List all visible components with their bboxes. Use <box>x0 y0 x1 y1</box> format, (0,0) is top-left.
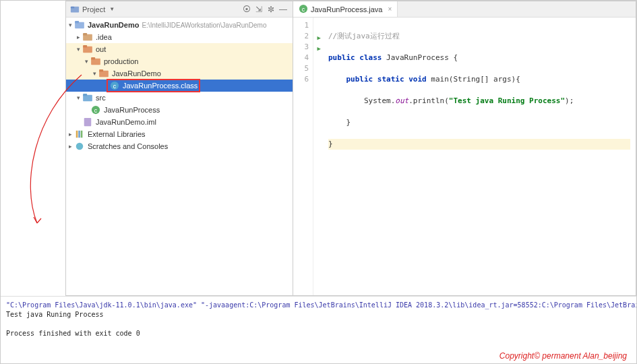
svg-text:c: c <box>94 107 98 114</box>
project-panel-title[interactable]: Project ▼ <box>70 5 115 14</box>
tree-node-iml[interactable]: JavaRunDemo.iml <box>66 116 293 128</box>
library-icon <box>74 129 85 140</box>
console-output-line: Test java Runing Process <box>6 310 631 320</box>
project-panel-label: Project <box>82 5 105 13</box>
svg-rect-19 <box>76 131 78 138</box>
tree-node-label: production <box>104 57 138 65</box>
tree-node-out[interactable]: ▾ out <box>66 43 293 55</box>
java-file-icon: c <box>299 4 308 15</box>
java-class-icon: c <box>90 104 101 115</box>
svg-text:c: c <box>113 83 117 90</box>
svg-rect-1 <box>71 6 74 8</box>
tree-node-scratches[interactable]: ▸ Scratches and Consoles <box>66 140 293 152</box>
locate-icon[interactable]: ⦿ <box>241 4 252 15</box>
project-panel-header: Project ▼ ⦿ ⇲ ✼ — <box>66 1 293 18</box>
svg-rect-18 <box>84 118 92 126</box>
tree-node-label: External Libraries <box>88 130 146 138</box>
tree-node-label: src <box>96 94 106 102</box>
tree-node-src-class[interactable]: c JavaRunProcess <box>66 104 293 116</box>
module-icon <box>74 20 85 30</box>
code-editor[interactable]: 1 2▶ 3▶ 4 5 6 //测试java运行过程 public class … <box>293 18 636 295</box>
editor-tab-bar: c JavaRunProcess.java × <box>293 1 636 18</box>
collapse-all-icon[interactable]: ⇲ <box>253 4 264 15</box>
scratches-icon <box>74 141 85 152</box>
out-folder-icon <box>90 56 101 67</box>
tree-root-label: JavaRunDemo <box>88 21 139 29</box>
svg-rect-15 <box>83 94 87 96</box>
svg-text:c: c <box>302 5 305 12</box>
svg-rect-9 <box>91 57 95 59</box>
run-gutter-icon[interactable]: ▶ <box>317 43 321 54</box>
svg-rect-11 <box>99 69 103 71</box>
tree-node-external-libs[interactable]: ▸ External Libraries <box>66 128 293 140</box>
tree-node-production[interactable]: ▾ production <box>66 55 293 67</box>
tree-root-path: E:\IntelliJIDEAWorkstation\JavaRunDemo <box>142 22 266 29</box>
dropdown-arrow-icon: ▼ <box>109 6 115 12</box>
svg-rect-7 <box>83 45 87 47</box>
tree-node-label: JavaRunProcess.class <box>123 82 198 90</box>
svg-rect-5 <box>83 33 87 35</box>
tree-node-idea[interactable]: ▸ .idea <box>66 31 293 43</box>
iml-file-icon <box>82 117 93 127</box>
tree-node-label: JavaRunDemo.iml <box>96 118 156 126</box>
editor-tab-label: JavaRunProcess.java <box>311 5 382 13</box>
out-folder-icon <box>82 44 93 55</box>
project-tree[interactable]: ▾ JavaRunDemo E:\IntelliJIDEAWorkstation… <box>66 18 293 295</box>
svg-point-22 <box>76 143 84 150</box>
console-exit-line: Process finished with exit code 0 <box>6 329 631 338</box>
source-folder-icon <box>82 92 93 103</box>
hide-panel-icon[interactable]: — <box>278 4 289 15</box>
tree-node-label: Scratches and Consoles <box>88 142 168 150</box>
svg-rect-3 <box>75 21 79 23</box>
tree-node-label: out <box>96 45 106 53</box>
tree-node-label: JavaRunProcess <box>104 106 160 114</box>
svg-rect-20 <box>78 131 80 138</box>
copyright-watermark: Copyright© permanent Alan_beijing <box>499 351 627 361</box>
folder-icon <box>82 32 93 42</box>
out-folder-icon <box>98 68 109 79</box>
project-icon <box>70 5 80 14</box>
run-gutter-icon[interactable]: ▶ <box>317 32 321 43</box>
svg-rect-21 <box>81 131 83 138</box>
gear-icon[interactable]: ✼ <box>266 4 276 15</box>
tree-node-class-file[interactable]: c JavaRunProcess.class <box>66 80 293 92</box>
tree-node-label: .idea <box>96 33 112 41</box>
editor-area: c JavaRunProcess.java × 1 2▶ 3▶ 4 5 6 //… <box>293 1 636 296</box>
class-file-icon: c <box>109 80 120 91</box>
tree-node-label: JavaRunDemo <box>112 69 161 78</box>
tree-root[interactable]: ▾ JavaRunDemo E:\IntelliJIDEAWorkstation… <box>66 19 293 31</box>
tree-node-module-out[interactable]: ▾ JavaRunDemo <box>66 67 293 80</box>
tree-node-src[interactable]: ▾ src <box>66 92 293 104</box>
code-content[interactable]: //测试java运行过程 public class JavaRunProcess… <box>313 18 636 295</box>
close-tab-icon[interactable]: × <box>388 5 392 13</box>
line-number-gutter: 1 2▶ 3▶ 4 5 6 <box>293 18 313 295</box>
console-command-line: "C:\Program Files\Java\jdk-11.0.1\bin\ja… <box>6 301 631 310</box>
project-tool-window: Project ▼ ⦿ ⇲ ✼ — ▾ JavaRunDemo E:\Intel… <box>65 1 293 296</box>
editor-tab[interactable]: c JavaRunProcess.java × <box>293 1 398 17</box>
